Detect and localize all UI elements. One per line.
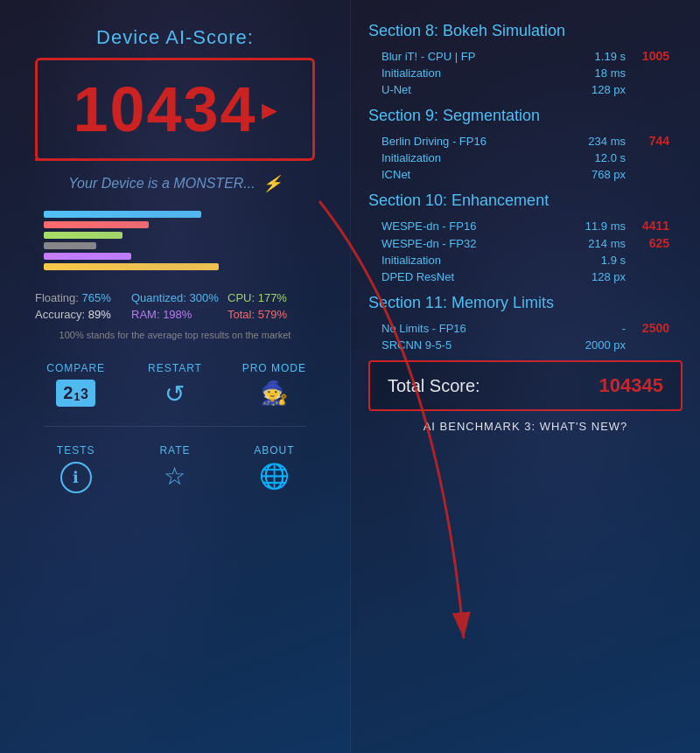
tests-label: TESTS (57, 444, 95, 457)
row-wespe-fp16: WESPE-dn - FP16 11.9 ms 4411 (368, 217, 682, 234)
section-8: Section 8: Bokeh Simulation Blur iT! - C… (368, 13, 682, 98)
about-label: ABOUT (254, 444, 294, 457)
row-no-limits: No Limits - FP16 - 2500 (368, 319, 682, 337)
stat-accuracy: Accuracy: 89% (35, 308, 122, 321)
init-10-label: Initialization (382, 254, 564, 267)
row-dped: DPED ResNet 128 px (368, 268, 682, 285)
tests-button[interactable]: TESTS ℹ (35, 444, 116, 493)
average-note: 100% stands for the average top results … (44, 330, 306, 340)
star-icon: ☆ (164, 462, 186, 491)
row-init-8: Initialization 18 ms (368, 65, 682, 81)
rate-label: RATE (159, 444, 190, 457)
dped-value: 128 px (564, 270, 626, 283)
promode-label: PRO MODE (242, 362, 306, 374)
main-buttons: COMPARE 213 RESTART ↺ PRO MODE 🧙 (35, 362, 315, 408)
stat-floating: Floating: 765% (35, 291, 122, 304)
info-icon: ℹ (60, 462, 92, 493)
init-9-value: 12.0 s (564, 151, 626, 164)
bar-row-ram (44, 253, 306, 260)
whats-new-label[interactable]: AI BENCHMARK 3: WHAT'S NEW? (368, 420, 682, 433)
promode-button[interactable]: PRO MODE 🧙 (234, 362, 315, 408)
total-score-box: Total Score: 104345 (368, 360, 682, 411)
bar-floating (44, 211, 201, 218)
berlin-value: 234 ms (564, 135, 626, 148)
unet-label: U-Net (382, 83, 564, 96)
row-blur-it: Blur iT! - CPU | FP 1.19 s 1005 (368, 47, 682, 65)
unet-value: 128 px (564, 83, 626, 96)
blur-it-score: 1005 (626, 49, 669, 63)
srcnn-value: 2000 px (564, 338, 626, 352)
row-unet: U-Net 128 px (368, 81, 682, 98)
wespe-fp16-label: WESPE-dn - FP16 (382, 220, 564, 233)
wespe-fp32-label: WESPE-dn - FP32 (382, 237, 564, 250)
row-wespe-fp32: WESPE-dn - FP32 214 ms 625 (368, 234, 682, 252)
no-limits-label: No Limits - FP16 (382, 322, 564, 335)
stat-ram: RAM: 198% (131, 308, 219, 321)
rate-button[interactable]: RATE ☆ (134, 444, 215, 493)
section-10: Section 10: Enhancement WESPE-dn - FP16 … (368, 183, 682, 285)
init-10-value: 1.9 s (564, 254, 626, 267)
lightning-icon: ⚡ (262, 174, 282, 193)
score-corner-decoration (35, 158, 52, 161)
row-init-9: Initialization 12.0 s (368, 150, 682, 166)
secondary-buttons: TESTS ℹ RATE ☆ ABOUT 🌐 (35, 444, 315, 493)
globe-icon: 🌐 (259, 462, 290, 491)
dped-label: DPED ResNet (382, 270, 564, 283)
blur-it-value: 1.19 s (564, 50, 626, 63)
restart-label: RESTART (148, 362, 202, 374)
row-berlin: Berlin Driving - FP16 234 ms 744 (368, 132, 682, 150)
restart-button[interactable]: RESTART ↺ (134, 362, 215, 408)
wespe-fp16-score: 4411 (626, 219, 669, 233)
divider (44, 426, 306, 427)
compare-label: COMPARE (46, 362, 105, 374)
bar-cpu (44, 232, 122, 239)
wespe-fp32-score: 625 (626, 236, 669, 250)
stat-total: Total: 579% (228, 308, 315, 321)
row-init-10: Initialization 1.9 s (368, 252, 682, 268)
wespe-fp32-value: 214 ms (564, 237, 626, 250)
bar-total (44, 263, 219, 270)
bar-row-cpu (44, 232, 306, 239)
section-9: Section 9: Segmentation Berlin Driving -… (368, 98, 682, 183)
bar-ram (44, 253, 131, 260)
section-10-title: Section 10: Enhancement (368, 192, 682, 210)
stat-cpu: CPU: 177% (228, 291, 315, 304)
berlin-label: Berlin Driving - FP16 (382, 135, 564, 148)
section-8-title: Section 8: Bokeh Simulation (368, 22, 682, 40)
row-icnet: ICNet 768 px (368, 166, 682, 183)
compare-icon: 213 (56, 380, 95, 407)
device-aiscore-label: Device AI-Score: (96, 26, 254, 49)
icnet-label: ICNet (382, 168, 564, 181)
bar-accuracy (44, 242, 96, 249)
bar-quantized (44, 221, 149, 228)
score-arrow-icon: ▸ (262, 91, 277, 128)
bar-row-quantized (44, 221, 306, 228)
no-limits-score: 2500 (626, 321, 669, 335)
section-11: Section 11: Memory Limits No Limits - FP… (368, 285, 682, 353)
performance-bars (44, 211, 306, 274)
srcnn-label: SRCNN 9-5-5 (382, 338, 564, 352)
init-8-value: 18 ms (564, 66, 626, 80)
compare-button[interactable]: COMPARE 213 (35, 362, 116, 408)
stats-grid: Floating: 765% Quantized: 300% CPU: 177%… (35, 291, 315, 321)
section-9-title: Section 9: Segmentation (368, 107, 682, 125)
score-box: 10434 ▸ (35, 58, 315, 161)
about-button[interactable]: ABOUT 🌐 (234, 444, 315, 493)
right-panel: Section 8: Bokeh Simulation Blur iT! - C… (350, 0, 700, 753)
icnet-value: 768 px (564, 168, 626, 181)
restart-icon: ↺ (164, 380, 185, 408)
left-panel: Device AI-Score: 10434 ▸ Your Device is … (0, 0, 350, 753)
blur-it-label: Blur iT! - CPU | FP (382, 50, 564, 63)
row-srcnn: SRCNN 9-5-5 2000 px (368, 337, 682, 353)
section-11-title: Section 11: Memory Limits (368, 294, 682, 312)
total-value: 104345 (599, 374, 663, 397)
promode-icon: 🧙 (260, 380, 288, 407)
monster-text: Your Device is a MONSTER... ⚡ (68, 174, 281, 193)
score-number: 10434 (73, 73, 256, 145)
init-9-label: Initialization (382, 151, 564, 164)
no-limits-value: - (564, 322, 626, 335)
berlin-score: 744 (626, 134, 669, 148)
total-label: Total Score: (388, 376, 480, 396)
stat-quantized: Quantized: 300% (131, 291, 219, 304)
wespe-fp16-value: 11.9 ms (564, 220, 626, 233)
